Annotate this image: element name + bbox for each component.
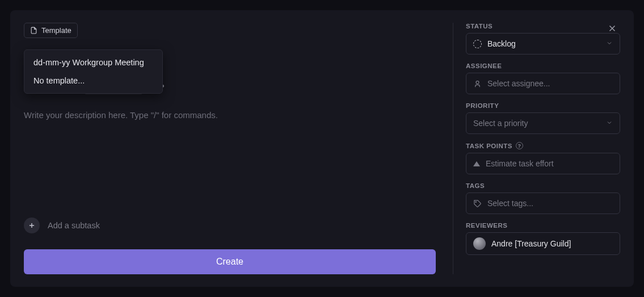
task-points-label: TASK POINTS ?: [466, 142, 620, 149]
task-points-placeholder: Estimate task effort: [486, 159, 554, 168]
avatar: [473, 237, 486, 250]
tags-select[interactable]: Select tags...: [466, 193, 620, 214]
description-placeholder: Write your description here. Type "/" fo…: [24, 110, 218, 120]
reviewers-label: REVIEWERS: [466, 222, 620, 229]
create-button[interactable]: Create: [24, 249, 436, 274]
reviewers-field: REVIEWERS Andre [Treasury Guild]: [466, 222, 620, 255]
template-dropdown: dd-mm-yy Workgroup Meeting No template..…: [24, 49, 163, 94]
reviewers-value: Andre [Treasury Guild]: [491, 239, 571, 248]
assignee-label: ASSIGNEE: [466, 62, 620, 69]
svg-point-2: [475, 202, 476, 202]
status-label: STATUS: [466, 23, 620, 30]
reviewers-select[interactable]: Andre [Treasury Guild]: [466, 232, 620, 255]
task-points-input[interactable]: Estimate task effort: [466, 153, 620, 174]
template-option-none[interactable]: No template...: [24, 72, 162, 90]
person-icon: [473, 80, 482, 88]
status-select[interactable]: Backlog: [466, 33, 620, 55]
status-dot-icon: [473, 40, 482, 48]
main-column: Template dd-mm-yy Workgroup Meeting No t…: [24, 23, 453, 274]
priority-label: PRIORITY: [466, 102, 620, 109]
template-option[interactable]: dd-mm-yy Workgroup Meeting: [24, 53, 162, 72]
close-icon: [607, 23, 617, 34]
create-button-label: Create: [216, 257, 243, 266]
template-button[interactable]: Template: [24, 23, 78, 38]
template-button-label: Template: [41, 26, 71, 35]
assignee-placeholder: Select assignee...: [487, 79, 550, 88]
priority-select[interactable]: Select a priority: [466, 112, 620, 134]
task-points-label-text: TASK POINTS: [466, 143, 512, 149]
add-subtask-button[interactable]: [24, 217, 40, 233]
template-option-label: dd-mm-yy Workgroup Meeting: [33, 58, 144, 67]
svg-point-1: [476, 81, 479, 83]
tags-label: TAGS: [466, 182, 620, 189]
description-input[interactable]: Write your description here. Type "/" fo…: [24, 110, 436, 120]
tag-icon: [473, 199, 482, 208]
document-icon: [30, 26, 37, 35]
subtask-row: Add a subtask: [24, 217, 436, 233]
create-task-modal: Template dd-mm-yy Workgroup Meeting No t…: [10, 10, 634, 287]
tags-field: TAGS Select tags...: [466, 182, 620, 214]
priority-placeholder: Select a priority: [473, 119, 528, 128]
help-icon[interactable]: ?: [516, 142, 523, 149]
assignee-select[interactable]: Select assignee...: [466, 73, 620, 94]
chevron-down-icon: [606, 119, 613, 128]
priority-field: PRIORITY Select a priority: [466, 102, 620, 134]
template-option-label: No template...: [33, 76, 85, 85]
task-points-field: TASK POINTS ? Estimate task effort: [466, 142, 620, 174]
sidebar: STATUS Backlog ASSIGNEE Select assignee.…: [453, 23, 620, 274]
tags-placeholder: Select tags...: [487, 199, 533, 208]
status-field: STATUS Backlog: [466, 23, 620, 55]
add-subtask-label: Add a subtask: [48, 221, 100, 230]
triangle-icon: [473, 161, 480, 166]
status-value: Backlog: [487, 39, 516, 48]
assignee-field: ASSIGNEE Select assignee...: [466, 62, 620, 94]
plus-icon: [28, 221, 36, 229]
chevron-down-icon: [606, 39, 613, 48]
